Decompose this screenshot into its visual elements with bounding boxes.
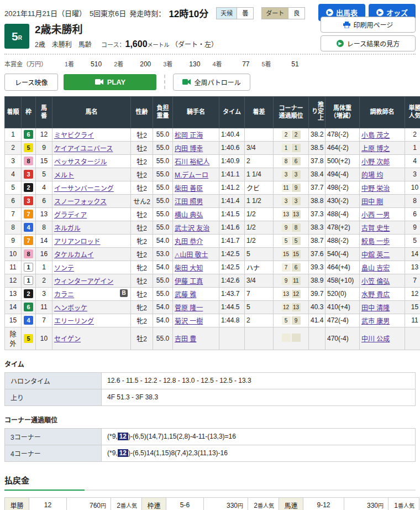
patrol-video-button[interactable]: 全周パトロール <box>173 74 250 91</box>
sex-age: 牡2 <box>131 327 153 350</box>
jockey-link[interactable]: 江田 照男 <box>175 198 203 206</box>
carried-weight: 55.0 <box>153 194 173 207</box>
horse-cell: ソンテ <box>53 261 131 274</box>
prize-money-row: 本賞金（万円） 1着510 2着200 3着130 4着77 5着51 <box>4 59 416 68</box>
win-favorite: 3 <box>405 168 420 181</box>
trainer-link[interactable]: 的場 均 <box>361 171 383 179</box>
horse-number: 2 <box>36 274 53 287</box>
play-button[interactable]: PLAY <box>64 74 156 90</box>
horse-number: 8 <box>36 221 53 234</box>
payout-combination: 9-12 <box>303 497 344 510</box>
blinker-badge: B <box>120 289 128 297</box>
results-table: 着順 枠 馬 番 馬名 性齢 負担 重量 騎手名 タイム 着差 コーナー 通過順… <box>4 96 420 350</box>
bracket-cell: 7 <box>22 234 36 247</box>
corner-positions <box>274 327 309 350</box>
horse-link[interactable]: セイゲン <box>54 335 81 343</box>
trainer-link[interactable]: 田中 清隆 <box>361 304 390 312</box>
horse-link[interactable]: タケルカムイ <box>54 251 94 259</box>
finish-position: 除外 <box>5 327 22 350</box>
horse-link[interactable]: メルト <box>54 171 74 179</box>
jockey-link[interactable]: 石川 裕紀人 <box>175 158 209 166</box>
corner3-position: 13 <box>282 290 291 298</box>
corner-positions: 1515 <box>274 247 309 261</box>
horse-link[interactable]: スノーフォックス <box>54 198 107 206</box>
margin: 1/2 <box>245 221 274 234</box>
horse-link[interactable]: ペッサスタージル <box>54 158 107 166</box>
arrow-circle-icon: ▶ <box>337 40 344 47</box>
trainer-link[interactable]: 小島 茂之 <box>361 132 390 139</box>
agari-value: 4F 51.3 - 3F 38.3 <box>102 389 416 405</box>
margin: 7 <box>245 287 274 300</box>
horse-link[interactable]: エリーリング <box>54 318 94 325</box>
payout-table: 単勝 12 760円 2番人気 枠連 5-6 330円 2番人気 馬連 9-12… <box>4 497 419 510</box>
last-3f <box>309 327 326 350</box>
jockey-link[interactable]: 柴田 善臣 <box>175 185 203 192</box>
horse-link[interactable]: カラニ <box>54 291 74 299</box>
jockey-link[interactable]: 柴田 大知 <box>175 264 203 272</box>
body-weight: 498(-2) <box>326 181 360 194</box>
jockey-link[interactable]: 菊沢 一樹 <box>175 318 203 325</box>
trainer-link[interactable]: 古賀 史生 <box>361 225 390 232</box>
trainer-link[interactable]: 小笠 倫弘 <box>361 278 390 285</box>
carried-weight: 54.0 <box>153 300 173 314</box>
margin: ハナ <box>245 261 274 274</box>
win-favorite: 10 <box>405 181 420 194</box>
jockey-link[interactable]: 吉田 豊 <box>175 335 196 343</box>
start-time: 12時10分 <box>169 6 208 20</box>
col-corners: コーナー 通過順位 <box>274 96 309 128</box>
bracket-cell: 7 <box>22 207 36 221</box>
sex-age: 牡2 <box>131 287 153 300</box>
margin: 2 <box>245 314 274 327</box>
sex-age: 牡2 <box>131 141 153 154</box>
last-3f: 37.7 <box>309 181 326 194</box>
race-date: 2021年11月21日（日曜） <box>4 8 86 18</box>
horse-link[interactable]: ヘンボッケ <box>54 304 87 312</box>
sex-age: 牡2 <box>131 168 153 181</box>
trainer-link[interactable]: 水野 貴広 <box>361 291 390 299</box>
trainer-link[interactable]: 田中 剛 <box>361 198 383 206</box>
trainer-link[interactable]: 小西 一男 <box>361 211 390 219</box>
jockey-cell: 内田 博幸 <box>173 141 219 154</box>
trainer-link[interactable]: 鮫島 一歩 <box>361 238 390 246</box>
trainer-link[interactable]: 武市 康男 <box>361 318 390 325</box>
result-row: 5 2 4 イーサンバーニング 牡2 55.0 柴田 善臣 1:41.2 クビ … <box>5 181 420 194</box>
corner4-position: 9 <box>292 316 301 325</box>
horse-link[interactable]: イーサンバーニング <box>54 185 114 192</box>
horse-link[interactable]: ケイアイユニバース <box>54 145 113 153</box>
print-page-button[interactable]: 印刷用ページ <box>321 17 416 33</box>
horse-link[interactable]: ソンテ <box>54 264 74 272</box>
result-guide-button[interactable]: ▶ レース結果の見方 <box>321 35 416 51</box>
trainer-link[interactable]: 畠山 吉宏 <box>361 264 390 272</box>
corner-positions: 22 <box>274 128 309 141</box>
race-video-button[interactable]: レース映像 <box>4 74 58 91</box>
jockey-link[interactable]: 武藤 雅 <box>175 291 196 299</box>
horse-link[interactable]: ネルガル <box>54 225 81 232</box>
margin: 3/4 <box>245 274 274 287</box>
horse-link[interactable]: ミヤビクライ <box>54 132 94 139</box>
trainer-link[interactable]: 中舘 英二 <box>361 251 390 259</box>
video-button-row: レース映像 PLAY 全周パトロール <box>4 74 416 91</box>
horse-link[interactable]: アリアンロッド <box>54 238 101 246</box>
horse-link[interactable]: ウィンターアゲイン <box>54 278 113 285</box>
corner3-position: 12 <box>282 303 291 311</box>
jockey-link[interactable]: 松岡 正海 <box>175 132 203 139</box>
trainer-link[interactable]: 上原 博之 <box>361 145 390 153</box>
margin: 5 <box>245 247 274 261</box>
jockey-link[interactable]: 横山 典弘 <box>175 211 203 219</box>
trainer-link[interactable]: 中川 公成 <box>361 335 390 343</box>
col-sex-age: 性齢 <box>131 96 153 128</box>
jockey-link[interactable]: 伊藤 工真 <box>175 278 203 285</box>
horse-cell: イーサンバーニング <box>53 181 131 194</box>
jockey-link[interactable]: 内田 博幸 <box>175 145 203 153</box>
body-weight: 500(+2) <box>326 154 360 168</box>
jockey-link[interactable]: △山田 敬士 <box>175 251 208 259</box>
trainer-link[interactable]: 中野 栄治 <box>361 185 390 192</box>
horse-number: 6 <box>36 194 53 207</box>
horse-link[interactable]: グラディア <box>54 211 87 219</box>
jockey-link[interactable]: 武士沢 友治 <box>175 225 209 232</box>
trainer-link[interactable]: 小野 次郎 <box>361 158 390 166</box>
jockey-link[interactable]: 菅原 隆一 <box>175 304 203 312</box>
jockey-link[interactable]: 丸田 恭介 <box>175 238 203 246</box>
jockey-link[interactable]: M.デムーロ <box>175 171 208 179</box>
trainer-cell: 武市 康男 <box>360 314 405 327</box>
